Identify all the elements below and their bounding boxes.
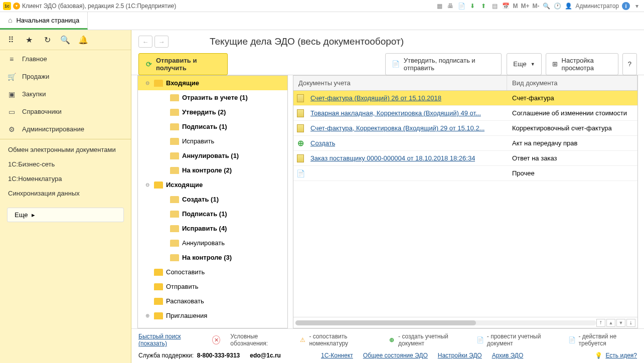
tree-node[interactable]: Утвердить (2): [138, 105, 287, 119]
quick-search-link[interactable]: Быстрый поиск (показать): [138, 333, 202, 347]
tree-toggle-icon[interactable]: ⊕: [144, 313, 151, 318]
bell-icon[interactable]: 🔔: [76, 33, 90, 47]
titlebar-dropdown[interactable]: ▾: [633, 2, 641, 10]
tree-node[interactable]: Подписать (1): [138, 119, 287, 134]
calendar-icon[interactable]: 📅: [502, 2, 510, 10]
tree-node-label: Исправить (4): [182, 225, 284, 232]
tree-node[interactable]: Отправить: [138, 279, 287, 294]
tree-node[interactable]: На контроле (3): [138, 250, 287, 265]
col-type-header[interactable]: Вид документа: [507, 76, 637, 90]
support-phone: 8-800-333-9313: [197, 352, 240, 359]
document-link[interactable]: Заказ поставщику 0000-000004 от 18.10.20…: [310, 154, 475, 162]
tree-node-label: Распаковать: [166, 297, 284, 305]
col-docs-header[interactable]: Документы учета: [293, 76, 507, 90]
folder-tree[interactable]: ⊖ВходящиеОтразить в учете (1)Утвердить (…: [137, 75, 288, 328]
scroll-down-button[interactable]: ▼: [616, 319, 625, 327]
grid-icon[interactable]: ▦: [435, 2, 443, 10]
tree-node[interactable]: Аннулировать: [138, 236, 287, 250]
footer: Быстрый поиск (показать) ✕ Условные обоз…: [131, 328, 644, 363]
document-link[interactable]: Счет-фактура (Входящий) 26 от 15.10.2018: [310, 94, 441, 102]
nav-sales[interactable]: 🛒Продажи: [0, 68, 131, 85]
more-button[interactable]: Еще▼: [507, 53, 541, 75]
tree-node[interactable]: Аннулировать (1): [138, 148, 287, 163]
table-row[interactable]: Счет-фактура, Корректировка (Входящий) 2…: [293, 121, 637, 136]
tree-node[interactable]: ⊖Исходящие: [138, 177, 287, 192]
sub-business-net[interactable]: 1С:Бизнес-сеть: [0, 157, 131, 171]
nav-purchases[interactable]: ▣Закупки: [0, 85, 131, 103]
done-doc-icon: 📄: [568, 336, 576, 344]
row-status-icon: 📄: [293, 169, 307, 177]
view-settings-button[interactable]: ⊞Настройка просмотра: [546, 53, 618, 75]
cart-icon: 🛒: [7, 73, 16, 81]
tree-node[interactable]: Распаковать: [138, 294, 287, 308]
tree-node[interactable]: Подписать (1): [138, 207, 287, 221]
horizontal-scrollbar[interactable]: [295, 320, 596, 325]
sidebar-more-button[interactable]: Еще ▸: [7, 208, 124, 222]
idea-link[interactable]: Есть идея?: [605, 352, 637, 359]
link-edo-settings[interactable]: Настройки ЭДО: [438, 352, 482, 359]
documents-table: Документы учета Вид документа Счет-факту…: [293, 75, 638, 328]
m-button[interactable]: M: [513, 3, 518, 10]
link-edo-status[interactable]: Общее состояние ЭДО: [363, 352, 428, 359]
tree-node[interactable]: На контроле (2): [138, 163, 287, 177]
search-icon[interactable]: 🔍: [58, 33, 72, 47]
info-icon[interactable]: i: [622, 2, 630, 10]
tree-node[interactable]: Сопоставить: [138, 265, 287, 279]
apps-icon[interactable]: ⠿: [4, 33, 18, 47]
m-minus-button[interactable]: M-: [532, 3, 539, 10]
table-row[interactable]: Заказ поставщику 0000-000004 от 18.10.20…: [293, 151, 637, 166]
scroll-up-button[interactable]: ▲: [606, 319, 615, 327]
folder-icon: [170, 123, 179, 130]
link-edo-archive[interactable]: Архив ЭДО: [492, 352, 524, 359]
table-row[interactable]: Товарная накладная, Корректировка (Входя…: [293, 106, 637, 121]
folder-icon: [170, 109, 179, 116]
document-link[interactable]: Создать: [310, 139, 335, 147]
link-1c-connect[interactable]: 1С-Коннект: [321, 352, 353, 359]
nav-forward-button[interactable]: →: [154, 36, 169, 48]
doc-icon[interactable]: 📄: [457, 2, 465, 10]
tab-home[interactable]: ⌂ Начальная страница: [0, 12, 88, 30]
print-icon[interactable]: 🖶: [446, 2, 454, 10]
document-link[interactable]: Товарная накладная, Корректировка (Входя…: [310, 109, 481, 117]
table-row[interactable]: Счет-фактура (Входящий) 26 от 15.10.2018…: [293, 91, 637, 106]
tree-node[interactable]: ⊕Приглашения: [138, 308, 287, 323]
nav-main[interactable]: ≡Главное: [0, 50, 131, 68]
tree-node[interactable]: Исправить: [138, 134, 287, 148]
scroll-first-button[interactable]: ⤒: [596, 319, 605, 327]
tree-node-label: Создать (1): [182, 196, 284, 203]
help-button[interactable]: ?: [622, 53, 637, 75]
history-icon[interactable]: ↻: [40, 33, 54, 47]
scroll-last-button[interactable]: ⤓: [626, 319, 635, 327]
tree-node[interactable]: Создать (1): [138, 192, 287, 207]
tree-toggle-icon[interactable]: ⊖: [144, 182, 151, 188]
sub-edo-exchange[interactable]: Обмен электронными документами: [0, 142, 131, 157]
star-icon[interactable]: ★: [22, 33, 36, 47]
send-receive-button[interactable]: ⟳ Отправить и получить: [138, 53, 228, 75]
zoom-icon[interactable]: 🔍: [542, 2, 550, 10]
document-link[interactable]: Счет-фактура, Корректировка (Входящий) 2…: [310, 124, 485, 132]
admin-label: Администратор: [575, 3, 619, 10]
table-row[interactable]: 📄Прочее: [293, 166, 637, 181]
nav-admin[interactable]: ⚙Администрирование: [0, 120, 131, 138]
legend-label: Условные обозначения:: [230, 333, 289, 347]
sub-nomenclature[interactable]: 1С:Номенклатура: [0, 171, 131, 186]
tree-node[interactable]: Отразить в учете (1): [138, 90, 287, 105]
row-status-icon: [293, 124, 307, 132]
nav-refs[interactable]: ▭Справочники: [0, 103, 131, 120]
tree-node[interactable]: Исправить (4): [138, 221, 287, 236]
calc-icon[interactable]: ▤: [491, 2, 499, 10]
clock-icon[interactable]: 🕐: [553, 2, 561, 10]
tree-node[interactable]: ⊖Входящие: [138, 76, 287, 90]
tree-toggle-icon[interactable]: ⊖: [144, 80, 151, 86]
tree-node-label: Отправить: [166, 283, 284, 290]
compare-icon[interactable]: ⬆: [479, 2, 488, 10]
table-row[interactable]: ⊕СоздатьАкт на передачу прав: [293, 136, 637, 151]
sub-sync[interactable]: Синхронизация данных: [0, 186, 131, 201]
m-plus-button[interactable]: M+: [521, 3, 529, 10]
nav-back-button[interactable]: ←: [138, 36, 152, 48]
close-icon[interactable]: ✕: [212, 335, 220, 344]
app-menu-dropdown[interactable]: ▾: [13, 3, 20, 10]
save-icon[interactable]: ⬇: [468, 2, 476, 10]
app-icon: 1c: [3, 2, 11, 10]
approve-sign-send-button[interactable]: 📄 Утвердить, подписать и отправить: [385, 53, 502, 75]
